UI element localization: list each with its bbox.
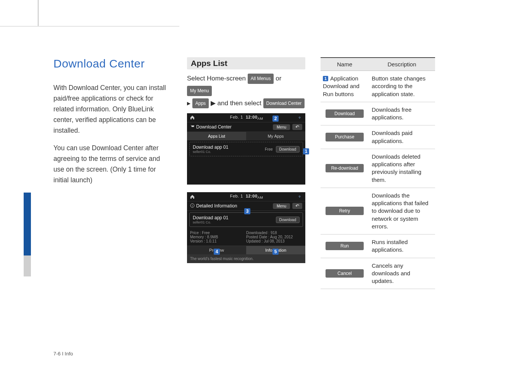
download-button[interactable]: Download [276, 146, 300, 153]
app-row[interactable]: Download app 01 seller01 Co. Download [189, 212, 303, 227]
home-icon[interactable] [190, 194, 195, 199]
nav-instructions: Select Home-screen All Menus or My Menu … [187, 72, 305, 109]
btn-cancel: Cancel [326, 269, 364, 278]
tab-my-apps[interactable]: My Apps [246, 132, 305, 140]
detail-footer: The world's fastest music recognition. [187, 254, 305, 263]
screen-title: Detailed Information [196, 203, 273, 209]
info-icon: i [190, 203, 195, 209]
wifi-icon: ᯤ [298, 194, 302, 199]
page-number: 7-6 I Info [53, 351, 73, 357]
btn-purchase: Purchase [326, 133, 364, 141]
cart-icon [190, 124, 195, 130]
nav-or: or [276, 75, 281, 82]
status-time: 12:00 [246, 115, 258, 119]
row1-desc: Button state changes according to the ap… [369, 71, 435, 102]
status-ampm: AM [258, 117, 263, 120]
download-button[interactable]: Download [276, 217, 300, 223]
btn-retry: Retry [326, 207, 364, 215]
back-button[interactable]: ↶ [292, 124, 302, 130]
blank-area [187, 158, 305, 185]
wifi-icon: ᯤ [298, 116, 302, 120]
detail-price: Price : Free [190, 231, 246, 235]
status-date: Feb. 1 [230, 194, 243, 198]
nav-mid: ▶ and then select [211, 100, 261, 107]
callout-5: 5 [272, 249, 279, 255]
status-time: 12:00 [246, 194, 258, 198]
section-heading: Apps List [187, 57, 305, 69]
chip-download-center: Download Center [263, 98, 305, 109]
status-clock: Feb. 1 12:00AM [195, 194, 298, 199]
intro-paragraph-2: You can use Download Center after agreei… [53, 143, 172, 185]
th-desc: Description [369, 58, 435, 71]
row-desc: Runs installed applications. [369, 235, 435, 258]
chip-my-menu: My Menu [187, 86, 212, 96]
detail-posted: Posted Date : Aug 20, 2012 [246, 235, 302, 239]
screenshot-detail: Feb. 1 12:00AM ᯤ i Detailed Information … [187, 192, 305, 263]
table-row: Re-download Downloads deleted applicatio… [321, 149, 435, 188]
detail-memory: Memory : 8.9MB [190, 235, 246, 239]
app-row-seller: seller01 Co. [193, 220, 276, 224]
callout-1: 1 [303, 148, 309, 154]
page-title: Download Center [53, 57, 172, 70]
callout-3: 3 [244, 208, 250, 214]
btn-redownload: Re-download [326, 164, 364, 172]
tab-apps-list[interactable]: Apps List [187, 132, 246, 140]
detail-updated: Updated : Jul 08, 2013 [246, 239, 302, 243]
table-row: Retry Downloads the applications that fa… [321, 188, 435, 234]
decor-vertical-rule [38, 0, 39, 26]
detail-version: Version : 1.0.11 [190, 239, 246, 243]
back-button[interactable]: ↶ [292, 203, 302, 209]
nav-prefix: Select Home-screen [187, 75, 246, 82]
column-screenshots: Apps List Select Home-screen All Menus o… [187, 57, 305, 263]
intro-paragraph-1: With Download Center, you can install pa… [53, 82, 172, 136]
menu-button[interactable]: Menu [273, 124, 290, 130]
table-row: Purchase Downloads paid applications. [321, 125, 435, 149]
home-icon[interactable] [190, 115, 195, 120]
row-desc: Cancels any downloads and updates. [369, 258, 435, 289]
status-clock: Feb. 1 12:00AM [195, 115, 298, 120]
app-row-seller: seller01 Co. [193, 150, 265, 154]
table-row: Cancel Cancels any downloads and updates… [321, 258, 435, 289]
decor-gray-tab [24, 255, 31, 276]
callout-4: 4 [214, 249, 220, 255]
arrow-icon: ▶ [187, 99, 190, 108]
app-row-name: Download app 01 [193, 145, 265, 150]
row-desc: Downloads deleted applications after pre… [369, 149, 435, 188]
screenshot-apps-list: Feb. 1 12:00AM ᯤ Download Center Menu ↶ … [187, 113, 305, 185]
table-row: Run Runs installed applications. [321, 235, 435, 258]
row-desc: Downloads the applications that failed t… [369, 188, 435, 234]
status-ampm: AM [258, 196, 263, 199]
th-name: Name [321, 58, 369, 71]
btn-run: Run [326, 242, 364, 250]
chip-all-menus: All Menus [248, 74, 274, 84]
row-desc: Downloads free applications. [369, 102, 435, 125]
callout-2: 2 [272, 116, 279, 122]
column-intro: Download Center With Download Center, yo… [53, 57, 172, 192]
row-desc: Downloads paid applications. [369, 125, 435, 149]
decor-blue-tab [24, 193, 31, 255]
chip-apps: Apps [192, 98, 209, 109]
app-row-price: Free [265, 147, 273, 151]
table-row: Download Downloads free applications. [321, 102, 435, 125]
decor-horizontal-rule [0, 26, 179, 27]
screen-title: Download Center [196, 124, 273, 130]
svg-text:i: i [192, 204, 193, 207]
button-state-table: Name Description 1 Application Download … [321, 57, 435, 289]
btn-download: Download [326, 109, 364, 118]
app-row[interactable]: Download app 01 seller01 Co. Free Downlo… [189, 142, 303, 156]
app-row-name: Download app 01 [193, 215, 276, 220]
status-date: Feb. 1 [230, 115, 243, 119]
row1-name-cell: 1 Application Download and Run buttons [321, 71, 369, 102]
column-table: Name Description 1 Application Download … [321, 57, 439, 289]
row1-name-text: Application Download and Run buttons [323, 75, 360, 97]
detail-downloaded: Downloaded : 918 [246, 231, 302, 235]
menu-button[interactable]: Menu [273, 203, 290, 209]
callout-1-small: 1 [323, 76, 328, 81]
table-row: 1 Application Download and Run buttons B… [321, 71, 435, 102]
